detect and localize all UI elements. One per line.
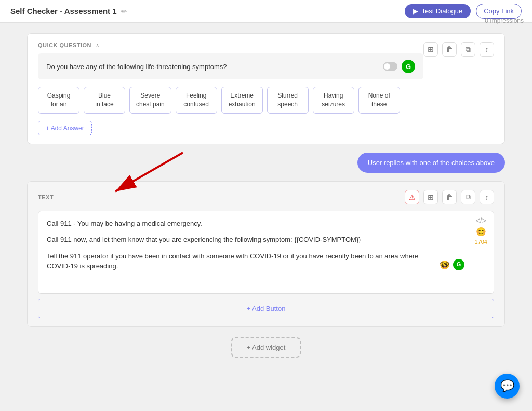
quick-question-toolbar: ⊞ 🗑 ⧉ ↕ (423, 42, 494, 57)
header-left: Self Checker - Assessment 1 ✏ (10, 7, 127, 16)
page-title: Self Checker - Assessment 1 (10, 7, 117, 16)
user-reply-bubble: User replies with one of the choices abo… (357, 153, 505, 173)
glasses-icon[interactable]: 🤓 (440, 259, 450, 271)
answer-chip-blue[interactable]: Bluein face (84, 87, 125, 114)
answer-choices: Gaspingfor air Bluein face Severechest p… (38, 87, 423, 114)
quick-question-card: QUICK QUESTION ∧ Do you have any of the … (27, 33, 505, 144)
play-icon: ▶ (413, 7, 418, 15)
user-reply-container: User replies with one of the choices abo… (27, 153, 505, 173)
answer-chip-chest[interactable]: Severechest pain (129, 87, 171, 114)
code-icon[interactable]: </> (476, 216, 486, 225)
text-para-2: Call 911 now, and let them know that you… (47, 235, 485, 245)
answer-chip-seizures[interactable]: Havingseizures (313, 87, 354, 114)
text-trash-icon[interactable]: 🗑 (442, 190, 457, 204)
g-icon-2[interactable]: G (453, 259, 464, 270)
answer-chip-confused[interactable]: Feelingconfused (176, 87, 217, 114)
text-section-header: TEXT ⚠ ⊞ 🗑 ⧉ ↕ (38, 190, 494, 204)
chevron-up-icon[interactable]: ∧ (96, 43, 99, 48)
question-text: Do you have any of the following life-th… (46, 63, 227, 71)
text-copy-icon[interactable]: ⧉ (461, 190, 475, 204)
trash-icon[interactable]: 🗑 (442, 42, 457, 57)
emoji-icon[interactable]: 😊 (476, 227, 486, 237)
answer-chip-exhaution[interactable]: Extremeexhaution (221, 87, 263, 114)
char-count: 1704 (475, 239, 487, 245)
answer-chip-none[interactable]: None ofthese (358, 87, 400, 114)
text-editor-box[interactable]: </> 😊 1704 Call 911 - You may be having … (38, 211, 494, 294)
add-widget-button[interactable]: + Add widget (231, 337, 301, 358)
grid-icon[interactable]: ⊞ (423, 42, 438, 57)
power-toggle[interactable] (383, 62, 397, 71)
messenger-icon: 💬 (500, 379, 514, 393)
text-para-3: Tell the 911 operator if you have been i… (47, 251, 485, 271)
reply-section: User replies with one of the choices abo… (27, 153, 505, 173)
text-para-1: Call 911 - You may be having a medical e… (47, 218, 485, 229)
add-button-button[interactable]: + Add Button (38, 299, 494, 318)
edit-title-icon[interactable]: ✏ (121, 7, 127, 16)
drag-icon[interactable]: ↕ (480, 42, 494, 57)
add-answer-button[interactable]: + Add Answer (38, 121, 92, 135)
text-section-label: TEXT (38, 194, 54, 200)
copy-icon[interactable]: ⧉ (461, 42, 475, 57)
header: Self Checker - Assessment 1 ✏ ▶ Test Dia… (0, 0, 532, 23)
impressions-count: 0 Impressions (485, 17, 524, 24)
text-grid-icon[interactable]: ⊞ (423, 190, 438, 204)
test-dialogue-button[interactable]: ▶ Test Dialogue (405, 4, 471, 18)
text-card: TEXT ⚠ ⊞ 🗑 ⧉ ↕ </> 😊 1704 Call 911 - You… (27, 181, 505, 327)
question-icons: G (383, 60, 415, 73)
g-icon[interactable]: G (402, 60, 415, 73)
main-content: QUICK QUESTION ∧ Do you have any of the … (11, 23, 521, 368)
question-box: Do you have any of the following life-th… (38, 53, 423, 79)
answer-chip-gasping[interactable]: Gaspingfor air (38, 87, 79, 114)
quick-question-label: QUICK QUESTION (38, 42, 91, 48)
text-drag-icon[interactable]: ↕ (480, 190, 494, 204)
header-right: ▶ Test Dialogue Copy Link 0 Impressions (405, 4, 522, 19)
card-toolbar: QUICK QUESTION ∧ Do you have any of the … (38, 42, 494, 135)
text-toolbar: ⚠ ⊞ 🗑 ⧉ ↕ (405, 190, 494, 204)
card-content: QUICK QUESTION ∧ Do you have any of the … (38, 42, 423, 135)
messenger-fab[interactable]: 💬 (495, 374, 520, 399)
alert-icon[interactable]: ⚠ (405, 190, 419, 204)
answer-chip-slurred[interactable]: Slurredspeech (267, 87, 309, 114)
svg-point-1 (384, 63, 390, 70)
section-header: QUICK QUESTION ∧ (38, 42, 423, 48)
editor-toolbar: </> 😊 1704 (475, 216, 487, 245)
add-widget-container: + Add widget (27, 337, 505, 358)
